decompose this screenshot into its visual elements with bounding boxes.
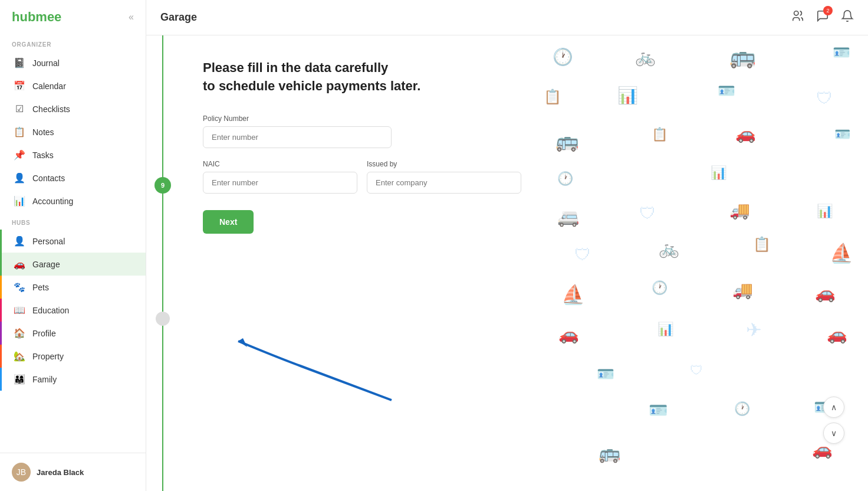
sidebar-item-label: Family	[32, 375, 57, 384]
users-icon[interactable]	[791, 9, 804, 25]
notes-icon: 📋	[14, 126, 25, 138]
user-name: Jareda Black	[37, 468, 84, 477]
checklists-icon: ☑	[14, 103, 25, 114]
timeline-step-active: 9	[154, 177, 171, 194]
sidebar-item-education[interactable]: 📖 Education	[0, 299, 146, 322]
sidebar-item-checklists[interactable]: ☑ Checklists	[0, 97, 146, 120]
sidebar-item-label: Pets	[32, 283, 49, 292]
chat-badge: 2	[823, 6, 833, 15]
scroll-down-button[interactable]: ∨	[823, 423, 844, 444]
sidebar-item-accounting[interactable]: 📊 Accounting	[0, 189, 146, 212]
sidebar-item-label: Property	[32, 352, 64, 361]
sidebar-item-notes[interactable]: 📋 Notes	[0, 120, 146, 143]
sidebar-item-personal[interactable]: 👤 Personal	[0, 230, 146, 253]
issued-by-label: Issued by	[367, 160, 521, 168]
form-area: Please fill in the data carefully to sch…	[179, 35, 868, 491]
sidebar-item-pets[interactable]: 🐾 Pets	[0, 276, 146, 299]
personal-icon: 👤	[14, 235, 25, 247]
timeline-step-next	[156, 312, 170, 326]
logo: hubmee	[12, 9, 61, 25]
timeline-line	[162, 35, 163, 491]
arrow-annotation	[226, 335, 403, 408]
issued-by-group: Issued by	[367, 160, 521, 194]
sidebar-header: hubmee «	[0, 0, 146, 34]
scroll-controls: ∧ ∨	[823, 397, 844, 444]
sidebar-item-label: Contacts	[32, 174, 65, 183]
organizer-section-label: ORGANIZER	[0, 34, 146, 51]
family-icon: 👨‍👩‍👧	[14, 374, 25, 385]
contacts-icon: 👤	[14, 172, 25, 184]
topbar: Garage 2	[146, 0, 868, 35]
sidebar-item-journal[interactable]: 📓 Journal	[0, 51, 146, 74]
sidebar-item-label: Journal	[32, 58, 60, 68]
issued-by-input[interactable]	[367, 172, 521, 194]
sidebar: hubmee « ORGANIZER 📓 Journal 📅 Calendar …	[0, 0, 146, 491]
hubs-section-label: HUBS	[0, 212, 146, 230]
sidebar-item-label: Tasks	[32, 150, 54, 160]
sidebar-item-label: Personal	[32, 237, 65, 246]
background-vehicle-icons: .bg-icon-svg { position: absolute; opaci…	[514, 35, 868, 491]
sidebar-item-label: Garage	[32, 260, 60, 269]
profile-icon: 🏠	[14, 328, 25, 339]
scroll-up-button[interactable]: ∧	[823, 397, 844, 418]
page-title: Garage	[160, 11, 197, 24]
collapse-icon[interactable]: «	[129, 12, 134, 22]
form-heading: Please fill in the data carefully to sch…	[203, 59, 844, 96]
sidebar-item-family[interactable]: 👨‍👩‍👧 Family	[0, 368, 146, 391]
next-button[interactable]: Next	[203, 210, 254, 234]
naic-issued-row: NAIC Issued by	[203, 160, 521, 205]
svg-marker-1	[238, 338, 247, 347]
policy-number-label: Policy Number	[203, 114, 844, 123]
sidebar-item-label: Notes	[32, 127, 54, 137]
policy-number-input[interactable]	[203, 126, 392, 148]
policy-number-group: Policy Number	[203, 114, 844, 148]
sidebar-item-profile[interactable]: 🏠 Profile	[0, 322, 146, 345]
tasks-icon: 📌	[14, 149, 25, 161]
garage-icon: 🚗	[14, 258, 25, 270]
main-content: Garage 2	[146, 0, 868, 491]
content-area: 9 Please fill in the data carefully to s…	[146, 35, 868, 491]
sidebar-item-contacts[interactable]: 👤 Contacts	[0, 166, 146, 189]
sidebar-item-label: Accounting	[32, 197, 73, 206]
bell-icon[interactable]	[841, 9, 854, 25]
svg-point-0	[794, 11, 798, 15]
chat-icon[interactable]: 2	[816, 9, 829, 25]
topbar-actions: 2	[791, 9, 854, 25]
sidebar-item-label: Profile	[32, 329, 56, 338]
sidebar-item-property[interactable]: 🏡 Property	[0, 345, 146, 368]
sidebar-item-label: Calendar	[32, 81, 66, 91]
property-icon: 🏡	[14, 351, 25, 362]
naic-input[interactable]	[203, 172, 357, 194]
education-icon: 📖	[14, 305, 25, 316]
sidebar-item-label: Checklists	[32, 104, 70, 114]
sidebar-item-label: Education	[32, 306, 69, 315]
sidebar-item-calendar[interactable]: 📅 Calendar	[0, 74, 146, 97]
calendar-icon: 📅	[14, 80, 25, 91]
timeline: 9	[146, 35, 179, 491]
naic-label: NAIC	[203, 160, 357, 168]
naic-group: NAIC	[203, 160, 357, 194]
journal-icon: 📓	[14, 57, 25, 68]
sidebar-item-garage[interactable]: 🚗 Garage	[0, 253, 146, 276]
avatar: JB	[12, 463, 31, 482]
sidebar-item-tasks[interactable]: 📌 Tasks	[0, 143, 146, 166]
pets-icon: 🐾	[14, 281, 25, 293]
accounting-icon: 📊	[14, 195, 25, 207]
sidebar-footer: JB Jareda Black	[0, 453, 146, 491]
